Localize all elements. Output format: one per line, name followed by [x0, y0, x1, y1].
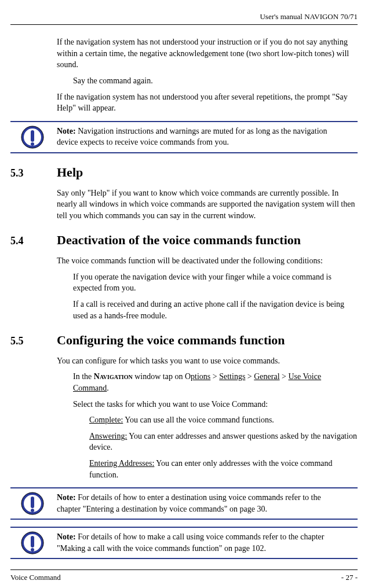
info-icon [21, 492, 44, 515]
opt3-label: Entering Addresses: [89, 459, 154, 468]
footer-right: - 27 - [341, 572, 358, 583]
section-55-header: 5.5 Configuring the voice commands funct… [10, 332, 358, 350]
s55-nav: Navigation [94, 372, 133, 381]
section-55-title: Configuring the voice commands function [57, 332, 285, 350]
page-header: User's manual NAVIGON 70/71 [10, 12, 358, 25]
section-55-opt3: Entering Addresses: You can enter only a… [89, 458, 358, 480]
s55-p2b: window tap on O [133, 372, 191, 381]
note-box-2: Note: For details of how to enter a dest… [10, 487, 358, 520]
footer-left: Voice Command [10, 572, 61, 583]
section-55-opt2: Answering: You can enter addresses and a… [89, 431, 358, 453]
section-53-header: 5.3 Help [10, 164, 358, 182]
intro-p3: If the navigation system has not underst… [57, 91, 358, 114]
intro-p1: If the navigation system has not underst… [57, 36, 358, 71]
note-box-3: Note: For details of how to make a call … [10, 527, 358, 559]
s55-settings: Settings [219, 372, 245, 381]
opt1-label: Complete: [89, 416, 123, 424]
section-53-title: Help [57, 164, 83, 182]
section-54-title: Deactivation of the voice commands funct… [57, 231, 301, 249]
opt2-label: Answering: [89, 432, 127, 440]
note2-label: Note: [57, 493, 76, 502]
section-55-opt1: Complete: You can use all the voice comm… [89, 414, 358, 426]
section-54-p1: The voice commands function will be deac… [57, 255, 358, 267]
note-text-1: Note: Navigation instructions and warnin… [57, 126, 358, 148]
note1-body: Navigation instructions and warnings are… [57, 127, 327, 147]
note1-label: Note: [57, 127, 76, 135]
section-53-p1: Say only "Help" if you want to know whic… [57, 188, 358, 222]
section-55-p1: You can configure for which tasks you wa… [57, 355, 358, 367]
section-55-num: 5.5 [10, 334, 57, 348]
intro-block: If the navigation system has not underst… [57, 36, 358, 114]
svg-rect-6 [31, 497, 34, 508]
section-55-body: You can configure for which tasks you wa… [57, 355, 358, 480]
note3-label: Note: [57, 532, 76, 541]
note2-body: For details of how to enter a destinatio… [57, 493, 321, 513]
note3-body: For details of how to make a call using … [57, 532, 324, 553]
opt1-text: You can use all the voice command functi… [123, 416, 274, 424]
page-footer: Voice Command - 27 - [10, 569, 358, 583]
section-54-body: The voice commands function will be deac… [57, 255, 358, 321]
section-54-p3: If a call is received and during an acti… [73, 299, 358, 321]
section-54-p2: If you operate the navigation device wit… [73, 271, 358, 294]
s55-general: General [254, 372, 279, 381]
svg-rect-10 [31, 536, 34, 547]
section-54-num: 5.4 [10, 234, 57, 248]
svg-point-7 [31, 509, 34, 512]
section-55-p2: In the Navigation window tap on Options … [73, 371, 358, 394]
section-54-header: 5.4 Deactivation of the voice commands f… [10, 231, 358, 249]
section-53-body: Say only "Help" if you want to know whic… [57, 188, 358, 222]
opt2-text: You can enter addresses and answer quest… [89, 432, 357, 452]
s55-p2a: In the [73, 372, 94, 381]
s55-options: ptions [191, 372, 210, 381]
s55-dot: . [107, 384, 109, 392]
s55-gt2: > [245, 372, 254, 381]
header-title: User's manual NAVIGON 70/71 [260, 12, 358, 21]
svg-point-3 [31, 142, 34, 146]
note-text-2: Note: For details of how to enter a dest… [57, 492, 358, 514]
note-box-1: Note: Navigation instructions and warnin… [10, 121, 358, 153]
note-text-3: Note: For details of how to make a call … [57, 531, 358, 554]
section-55-p3: Select the tasks for which you want to u… [73, 399, 358, 410]
s55-gt1: > [210, 372, 219, 381]
svg-rect-2 [31, 130, 34, 142]
info-icon [21, 126, 44, 149]
intro-p2: Say the command again. [73, 75, 358, 87]
section-53-num: 5.3 [10, 166, 57, 181]
svg-point-11 [31, 548, 34, 552]
info-icon [21, 531, 44, 554]
s55-gt3: > [280, 372, 289, 381]
